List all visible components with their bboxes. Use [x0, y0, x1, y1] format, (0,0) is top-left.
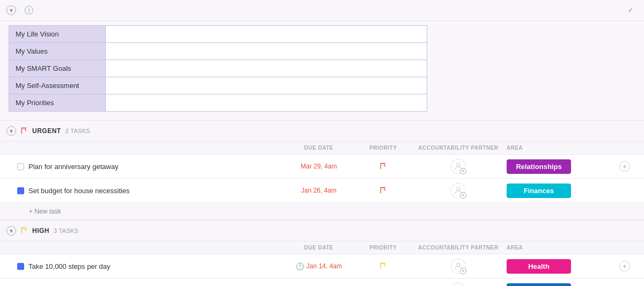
- life-plan-table: My Life Vision My Values My SMART Goals …: [9, 25, 427, 112]
- grid-row-label: My SMART Goals: [9, 60, 106, 77]
- col-header-task: [17, 145, 281, 151]
- grid-row: My Priorities: [9, 94, 427, 112]
- grid-row-value[interactable]: [105, 94, 427, 112]
- grid-row-value[interactable]: [105, 26, 427, 43]
- task-checkbox[interactable]: [17, 187, 24, 194]
- due-date-cell: 🕛 Jan 14, 4am: [281, 262, 356, 270]
- area-cell: Career: [507, 283, 614, 287]
- section-task-count: 2 TASKS: [65, 128, 90, 134]
- section-flag-icon: [20, 226, 28, 236]
- svg-point-0: [457, 163, 460, 166]
- flag-priority-icon[interactable]: [379, 162, 387, 171]
- col-header-priority: PRIORITY: [356, 145, 410, 151]
- task-checkbox[interactable]: [17, 163, 24, 170]
- area-badge[interactable]: Career: [507, 283, 571, 287]
- collapse-button[interactable]: ▼: [6, 5, 16, 15]
- task-section-urgent: ▼ URGENT 2 TASKS DUE DATE PRIORITY ACCOU…: [0, 120, 644, 220]
- grid-row-value[interactable]: [105, 60, 427, 77]
- add-accountability-button[interactable]: +: [460, 168, 466, 174]
- add-col: +: [614, 161, 635, 172]
- avatar-icon[interactable]: +: [451, 259, 466, 274]
- col-header-priority: PRIORITY: [356, 245, 410, 251]
- clock-icon: 🕛: [296, 262, 304, 270]
- avatar-icon[interactable]: +: [451, 183, 466, 198]
- svg-point-2: [457, 263, 460, 266]
- accountability-cell: +: [410, 259, 507, 274]
- col-header-task: [17, 245, 281, 251]
- priority-cell: [356, 186, 410, 195]
- task-row: Update general ledger for annual tax ret…: [0, 278, 644, 286]
- task-checkbox[interactable]: [17, 263, 24, 270]
- due-date[interactable]: Jan 26, 4am: [301, 187, 336, 194]
- area-cell: Relationships: [507, 159, 614, 174]
- page-header: ▼ i ✓: [0, 0, 644, 21]
- due-date[interactable]: Mar 29, 4am: [301, 163, 336, 170]
- task-name[interactable]: Plan for anniversary getaway: [28, 163, 119, 171]
- flag-priority-icon[interactable]: [379, 186, 387, 195]
- section-title: HIGH: [32, 227, 49, 234]
- life-plan-grid: My Life Vision My Values My SMART Goals …: [0, 21, 644, 120]
- col-header-accountability: ACCOUNTABILITY PARTNER: [410, 245, 507, 251]
- add-column-button[interactable]: +: [619, 261, 630, 272]
- add-column-button[interactable]: +: [619, 161, 630, 172]
- grid-row: My Values: [9, 43, 427, 60]
- grid-row-value[interactable]: [105, 43, 427, 60]
- grid-row-label: My Priorities: [9, 94, 106, 112]
- section-header-high: ▼ HIGH 3 TASKS: [0, 220, 644, 241]
- column-headers: DUE DATE PRIORITY ACCOUNTABILITY PARTNER…: [0, 241, 644, 254]
- accountability-cell: +: [410, 159, 507, 174]
- col-header-add: [614, 245, 635, 251]
- due-date-cell: Jan 26, 4am: [281, 187, 356, 194]
- task-name-cell: Take 10,000 steps per day: [17, 262, 281, 270]
- section-collapse-button[interactable]: ▼: [6, 226, 16, 236]
- grid-row: My Life Vision: [9, 26, 427, 43]
- column-headers: DUE DATE PRIORITY ACCOUNTABILITY PARTNER…: [0, 142, 644, 155]
- section-task-count: 3 TASKS: [54, 228, 78, 234]
- info-icon[interactable]: i: [25, 6, 33, 14]
- task-name-cell: Plan for anniversary getaway: [17, 163, 281, 171]
- due-date[interactable]: Jan 14, 4am: [306, 262, 342, 270]
- section-title: URGENT: [32, 127, 61, 135]
- area-badge[interactable]: Finances: [507, 184, 571, 198]
- new-task-row: + New task: [0, 203, 644, 220]
- section-header-left: ▼ URGENT 2 TASKS: [6, 126, 635, 136]
- section-collapse-button[interactable]: ▼: [6, 126, 16, 136]
- hide-closed-button[interactable]: ✓: [628, 6, 635, 14]
- task-row: Set budget for house necessities Jan 26,…: [0, 179, 644, 203]
- accountability-cell: +: [410, 283, 507, 286]
- due-date-cell: Mar 29, 4am: [281, 163, 356, 170]
- col-header-due-date: DUE DATE: [281, 145, 356, 151]
- grid-row: My SMART Goals: [9, 60, 427, 77]
- col-header-add: [614, 145, 635, 151]
- area-cell: Finances: [507, 184, 614, 198]
- col-header-area: AREA: [507, 245, 614, 251]
- add-accountability-button[interactable]: +: [460, 192, 466, 199]
- area-badge[interactable]: Health: [507, 259, 571, 274]
- priority-cell: [356, 162, 410, 171]
- grid-row-value[interactable]: [105, 77, 427, 94]
- section-flag-icon: [20, 127, 28, 136]
- task-row: Take 10,000 steps per day 🕛 Jan 14, 4am …: [0, 254, 644, 278]
- task-row: Plan for anniversary getaway Mar 29, 4am…: [0, 155, 644, 179]
- new-task-link[interactable]: + New task: [29, 208, 61, 215]
- col-header-due-date: DUE DATE: [281, 245, 356, 251]
- flag-priority-icon[interactable]: [379, 262, 387, 271]
- priority-cell: [356, 262, 410, 271]
- task-name-cell: Set budget for house necessities: [17, 187, 281, 195]
- avatar-icon[interactable]: +: [451, 159, 466, 174]
- col-header-accountability: ACCOUNTABILITY PARTNER: [410, 145, 507, 151]
- checkmark-icon: ✓: [628, 6, 633, 14]
- grid-row-label: My Self-Assessment: [9, 77, 106, 94]
- add-col: +: [614, 261, 635, 272]
- area-badge[interactable]: Relationships: [507, 159, 571, 174]
- section-header-urgent: ▼ URGENT 2 TASKS: [0, 120, 644, 142]
- grid-row: My Self-Assessment: [9, 77, 427, 94]
- task-name[interactable]: Set budget for house necessities: [28, 187, 130, 195]
- avatar-icon[interactable]: +: [451, 283, 466, 286]
- add-accountability-button[interactable]: +: [460, 268, 466, 274]
- task-sections: ▼ URGENT 2 TASKS DUE DATE PRIORITY ACCOU…: [0, 120, 644, 286]
- task-name[interactable]: Take 10,000 steps per day: [28, 262, 111, 270]
- task-section-high: ▼ HIGH 3 TASKS DUE DATE PRIORITY ACCOUNT…: [0, 220, 644, 286]
- col-header-area: AREA: [507, 145, 614, 151]
- section-header-left: ▼ HIGH 3 TASKS: [6, 226, 635, 236]
